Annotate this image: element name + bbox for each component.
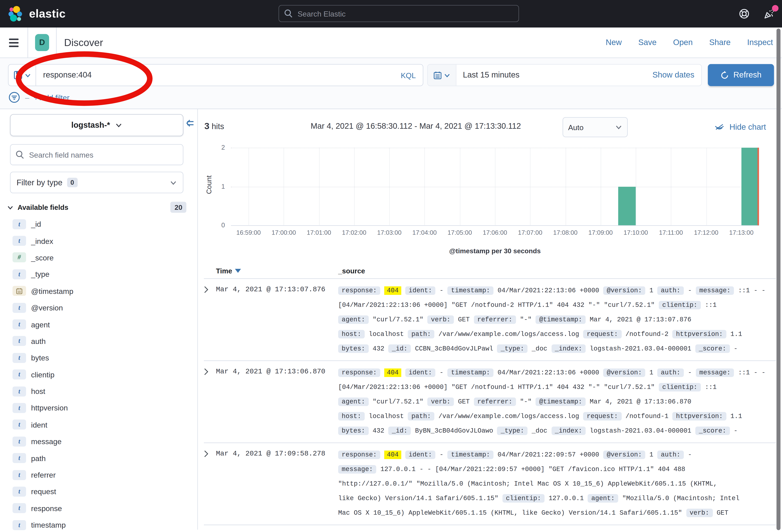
histogram-bar[interactable] <box>741 148 759 225</box>
doc-source: response:404ident:-timestamp:04/Mar/2021… <box>338 283 776 360</box>
nav-link-save[interactable]: Save <box>638 38 656 47</box>
chevron-down-icon <box>170 179 177 186</box>
refresh-button[interactable]: Refresh <box>708 64 774 86</box>
source-value: _doc <box>532 345 547 352</box>
source-value: Mar 4, 2021 @ 17:13:06.870 <box>590 398 691 406</box>
expand-doc-button[interactable] <box>204 283 216 360</box>
field-item-auth[interactable]: tauth <box>0 333 198 349</box>
time-column-header[interactable]: Time <box>216 267 338 275</box>
source-highlight: 404 <box>384 286 401 295</box>
brand-name: elastic <box>29 7 66 21</box>
query-language-button[interactable]: KQL <box>394 71 423 79</box>
source-field-pill: timestamp: <box>448 451 494 459</box>
source-field-pill: @version: <box>603 451 645 459</box>
help-icon[interactable] <box>738 8 750 20</box>
source-field-pill: auth: <box>657 286 684 295</box>
source-field-pill: verb: <box>427 315 454 324</box>
field-name: request <box>31 487 56 496</box>
expand-doc-button[interactable] <box>204 366 216 443</box>
filter-icon[interactable] <box>8 91 21 104</box>
chevron-down-icon <box>7 204 13 211</box>
add-filter-button[interactable]: + Add filter <box>34 93 69 102</box>
source-value: Mar 4, 2021 @ 17:13:07.876 <box>590 316 691 324</box>
field-item-_id[interactable]: t_id <box>0 216 198 232</box>
field-item-ident[interactable]: tident <box>0 416 198 433</box>
source-value: 04/Mar/2021:22:13:06 +0000 <box>498 287 599 295</box>
source-value: ByBN_3cB04dGovJLOawo <box>415 427 493 434</box>
available-fields-header[interactable]: Available fields 20 <box>7 202 186 213</box>
source-field-pill: clientip: <box>502 494 545 503</box>
field-item-host[interactable]: thost <box>0 383 198 400</box>
documents-table: Time _source Mar 4, 2021 @ 17:13:07.876r… <box>204 263 776 525</box>
discover-sidebar: logstash-* Search field names <box>0 109 198 530</box>
nav-link-new[interactable]: New <box>606 38 622 47</box>
hide-chart-label: Hide chart <box>730 123 766 132</box>
field-item-bytes[interactable]: tbytes <box>0 349 198 366</box>
field-name: _score <box>31 253 54 262</box>
doc-source: response:404ident:-timestamp:04/Mar/2021… <box>338 366 776 443</box>
menu-icon[interactable] <box>0 28 28 58</box>
source-value: ::1 <box>705 301 717 309</box>
quick-select-menu-button[interactable] <box>428 65 456 86</box>
chevron-down-icon <box>24 72 31 78</box>
histogram-interval-select[interactable]: Auto <box>563 117 628 137</box>
hide-chart-button[interactable]: Hide chart <box>714 122 766 133</box>
field-item-@version[interactable]: t@version <box>0 299 198 316</box>
source-value: 432 <box>372 427 384 434</box>
histogram-chart[interactable]: Count @timestamp per 30 seconds 16:59:00… <box>198 138 782 263</box>
field-item-httpversion[interactable]: thttpversion <box>0 400 198 416</box>
available-fields-count-badge: 20 <box>171 202 186 213</box>
field-item-request[interactable]: trequest <box>0 483 198 500</box>
source-field-pill: agent: <box>338 397 369 406</box>
scrollbar[interactable] <box>776 29 780 530</box>
field-item-path[interactable]: tpath <box>0 450 198 466</box>
newsfeed-icon[interactable] <box>763 8 775 20</box>
field-item-message[interactable]: tmessage <box>0 433 198 450</box>
source-field-pill: message: <box>696 286 734 295</box>
current-time-marker <box>757 148 759 225</box>
query-input[interactable]: response:404 <box>36 71 394 79</box>
date-picker: Last 15 minutes Show dates <box>427 64 702 86</box>
field-type-icon-text: t <box>12 353 26 363</box>
field-item-response[interactable]: tresponse <box>0 500 198 517</box>
source-value: "Mozilla/5.0 (Macintosh; Intel <box>622 495 740 502</box>
filter-by-type-select[interactable]: Filter by type 0 <box>10 172 183 193</box>
source-column-header: _source <box>338 267 365 275</box>
sort-desc-icon[interactable] <box>235 269 241 273</box>
source-field-pill: @timestamp: <box>536 315 586 324</box>
field-item-timestamp[interactable]: ttimestamp <box>0 517 198 532</box>
source-value: 1 <box>649 451 653 459</box>
nav-link-open[interactable]: Open <box>673 38 693 47</box>
nav-link-inspect[interactable]: Inspect <box>747 38 773 47</box>
saved-query-menu-button[interactable] <box>8 65 36 86</box>
field-type-icon-number: # <box>12 253 26 262</box>
field-name: @version <box>31 303 63 312</box>
histogram-bar[interactable] <box>618 187 636 225</box>
source-value: GET <box>458 316 470 324</box>
field-item-_type[interactable]: t_type <box>0 266 198 283</box>
field-type-icon-text: t <box>12 319 26 329</box>
field-item-agent[interactable]: tagent <box>0 316 198 333</box>
nav-link-share[interactable]: Share <box>709 38 731 47</box>
field-item-_index[interactable]: t_index <box>0 232 198 249</box>
field-item-referrer[interactable]: treferrer <box>0 466 198 483</box>
filter-by-type-count-badge: 0 <box>67 178 78 187</box>
time-range-value[interactable]: Last 15 minutes <box>456 71 645 79</box>
source-highlight: 404 <box>384 369 401 377</box>
field-item-_score[interactable]: #_score <box>0 249 198 266</box>
source-field-pill: _score: <box>695 427 730 435</box>
field-item-@timestamp[interactable]: @timestamp <box>0 282 198 299</box>
field-type-icon-text: t <box>12 503 26 513</box>
source-field-pill: request: <box>583 412 621 421</box>
collapse-sidebar-button[interactable] <box>185 118 196 128</box>
field-item-clientip[interactable]: tclientip <box>0 366 198 383</box>
source-value: 432 <box>372 345 384 352</box>
source-value: "curl/7.52.1" <box>372 398 424 406</box>
show-dates-button[interactable]: Show dates <box>645 71 701 79</box>
global-search-input[interactable]: Search Elastic <box>279 5 519 22</box>
expand-doc-button[interactable] <box>204 448 216 525</box>
app-badge-wrap: D <box>28 28 57 58</box>
index-pattern-select[interactable]: logstash-* <box>10 114 183 136</box>
elastic-logo[interactable]: elastic <box>7 5 66 22</box>
field-search-input[interactable]: Search field names <box>10 144 183 165</box>
